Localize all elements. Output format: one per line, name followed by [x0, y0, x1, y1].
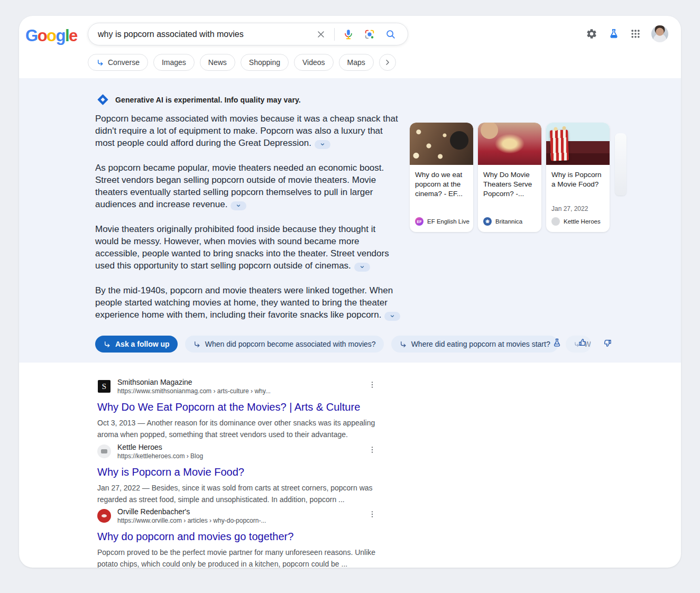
clear-search-button[interactable]	[311, 29, 331, 40]
ai-labs-button[interactable]	[552, 338, 562, 348]
site-favicon	[97, 509, 111, 523]
logo-letter: e	[69, 26, 77, 45]
search-input[interactable]	[98, 30, 311, 39]
chip-label: When did popcorn become associated with …	[205, 340, 376, 348]
search-icon	[385, 29, 397, 40]
logo-letter: G	[25, 26, 38, 45]
result-options-button[interactable]	[368, 446, 376, 456]
ai-paragraph: Movie theaters originally prohibited foo…	[95, 224, 389, 271]
source-card[interactable]: Why is Popcorn a Movie Food? Jan 27, 202…	[546, 123, 610, 232]
source-card[interactable]: Why do we eat popcorn at the cinema? - E…	[410, 123, 473, 232]
ai-disclaimer-text: Generative AI is experimental. Info qual…	[115, 96, 301, 104]
tab-videos[interactable]: Videos	[294, 54, 334, 71]
chevron-down-icon	[236, 203, 241, 208]
more-vertical-icon	[368, 446, 376, 454]
result-snippet: Oct 3, 2013 — Another reason for its dom…	[97, 417, 377, 440]
more-tabs-button[interactable]	[379, 54, 396, 71]
thumbs-up-icon	[577, 338, 587, 348]
card-source: ❀ Britannica	[483, 217, 522, 226]
expand-sources-chip[interactable]	[354, 263, 370, 272]
return-arrow-icon	[399, 340, 407, 348]
card-title: Why is Popcorn a Movie Food?	[546, 165, 610, 189]
followup-chips: Ask a follow up When did popcorn become …	[95, 336, 591, 353]
search-result: Kettle Heroes https://kettleheroes.com ›…	[97, 442, 401, 505]
site-favicon	[97, 444, 111, 458]
logo-letter: o	[47, 26, 56, 45]
chevron-down-icon	[320, 142, 325, 147]
card-source: Kettle Heroes	[551, 217, 601, 226]
chevron-down-icon	[360, 264, 365, 270]
expand-sources-chip[interactable]	[315, 140, 330, 149]
card-thumbnail	[546, 123, 610, 165]
thumbs-up-button[interactable]	[577, 338, 587, 348]
labs-flask-icon	[608, 28, 620, 40]
card-title: Why Do Movie Theaters Serve Popcorn? -..…	[478, 165, 541, 199]
gear-icon	[586, 28, 597, 40]
thumbs-down-icon	[603, 338, 613, 348]
microphone-icon	[343, 29, 354, 40]
google-search-page: Google	[0, 0, 700, 593]
result-snippet: Popcorn proved to be the perfect movie p…	[97, 546, 377, 568]
tab-images[interactable]: Images	[153, 54, 195, 71]
source-favicon: EF	[415, 217, 423, 226]
result-title-link[interactable]: Why Do We Eat Popcorn at the Movies? | A…	[97, 401, 360, 413]
result-snippet: Jan 27, 2022 — Besides, since it was sol…	[97, 482, 377, 505]
voice-search-button[interactable]	[338, 29, 359, 40]
search-result: Orville Redenbacher's https://www.orvill…	[97, 507, 401, 568]
user-avatar[interactable]	[651, 25, 668, 42]
result-site-name: Orville Redenbacher's	[117, 507, 266, 516]
tab-label: Shopping	[249, 58, 280, 67]
result-site-name: Kettle Heroes	[117, 442, 203, 452]
result-source-link[interactable]: S Smithsonian Magazine https://www.smith…	[97, 377, 401, 395]
tab-shopping[interactable]: Shopping	[241, 54, 289, 71]
return-arrow-icon	[103, 340, 111, 348]
ai-paragraph: Popcorn became associated with movies be…	[95, 114, 398, 148]
expand-sources-chip[interactable]	[384, 312, 400, 321]
logo-letter: o	[38, 26, 47, 45]
card-date: Jan 27, 2022	[551, 205, 588, 212]
more-vertical-icon	[368, 381, 376, 389]
source-card[interactable]: Why Do Movie Theaters Serve Popcorn? -..…	[478, 123, 541, 232]
ai-overview-section: Generative AI is experimental. Info qual…	[19, 78, 681, 363]
card-source: EF EF English Live	[415, 217, 469, 226]
source-name: EF English Live	[427, 218, 469, 225]
search-box[interactable]	[88, 23, 408, 45]
result-options-button[interactable]	[368, 381, 376, 391]
apps-grid-icon	[630, 29, 641, 39]
result-url: https://kettleheroes.com › Blog	[117, 452, 203, 460]
settings-button[interactable]	[586, 28, 597, 40]
suggested-question-chip[interactable]: Where did eating popcorn at movies start…	[391, 336, 558, 353]
search-result: S Smithsonian Magazine https://www.smith…	[97, 377, 401, 440]
partial-card-edge	[615, 133, 627, 196]
result-title-link[interactable]: Why do popcorn and movies go together?	[97, 530, 293, 543]
result-url: https://www.orville.com › articles › why…	[117, 516, 266, 525]
tab-label: News	[208, 58, 227, 67]
apps-button[interactable]	[630, 29, 641, 39]
tab-label: Images	[162, 58, 186, 67]
result-source-link[interactable]: Orville Redenbacher's https://www.orvill…	[97, 507, 401, 525]
lens-search-button[interactable]	[359, 29, 380, 40]
search-submit-button[interactable]	[380, 29, 401, 40]
more-vertical-icon	[368, 510, 376, 518]
suggested-question-chip[interactable]: When did popcorn become associated with …	[185, 336, 384, 353]
flask-icon	[552, 338, 562, 348]
result-source-link[interactable]: Kettle Heroes https://kettleheroes.com ›…	[97, 442, 401, 460]
tab-converse[interactable]: Converse	[88, 54, 148, 71]
labs-button[interactable]	[608, 28, 620, 40]
tab-news[interactable]: News	[200, 54, 235, 71]
thumbs-down-button[interactable]	[603, 338, 613, 348]
google-logo[interactable]: Google	[25, 26, 77, 45]
chevron-down-icon	[390, 313, 395, 319]
expand-sources-chip[interactable]	[231, 201, 246, 210]
source-name: Kettle Heroes	[564, 218, 601, 225]
search-tabs: Converse Images News Shopping Videos Map…	[88, 54, 396, 71]
return-arrow-icon	[96, 59, 104, 67]
result-site-name: Smithsonian Magazine	[117, 377, 271, 387]
result-url: https://www.smithsonianmag.com › arts-cu…	[117, 387, 271, 395]
tab-label: Videos	[302, 58, 325, 67]
tab-maps[interactable]: Maps	[339, 54, 374, 71]
result-title-link[interactable]: Why is Popcorn a Movie Food?	[97, 466, 244, 478]
google-lens-icon	[364, 29, 375, 40]
result-options-button[interactable]	[368, 510, 376, 520]
ask-follow-up-button[interactable]: Ask a follow up	[95, 336, 178, 353]
